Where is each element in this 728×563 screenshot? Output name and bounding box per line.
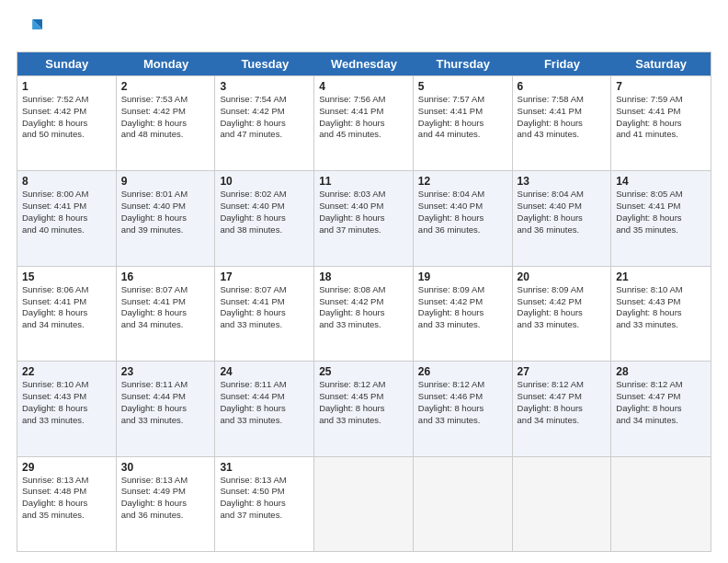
calendar-header: SundayMondayTuesdayWednesdayThursdayFrid…	[17, 52, 711, 75]
calendar-row: 29Sunrise: 8:13 AMSunset: 4:48 PMDayligh…	[17, 456, 711, 551]
weekday-header-thursday: Thursday	[414, 52, 513, 75]
day-number: 18	[319, 270, 408, 283]
day-number: 24	[220, 365, 309, 378]
day-detail: Sunrise: 8:02 AMSunset: 4:40 PMDaylight:…	[220, 189, 309, 236]
calendar-day-empty	[414, 457, 513, 551]
day-number: 16	[121, 270, 210, 283]
day-detail: Sunrise: 8:01 AMSunset: 4:40 PMDaylight:…	[121, 189, 210, 236]
weekday-header-friday: Friday	[513, 52, 612, 75]
day-detail: Sunrise: 8:04 AMSunset: 4:40 PMDaylight:…	[418, 189, 507, 236]
day-number: 12	[418, 175, 507, 188]
day-number: 31	[220, 461, 309, 474]
day-number: 29	[22, 461, 111, 474]
day-detail: Sunrise: 8:08 AMSunset: 4:42 PMDaylight:…	[319, 284, 408, 331]
calendar-day-4: 4Sunrise: 7:56 AMSunset: 4:41 PMDaylight…	[314, 76, 414, 170]
day-detail: Sunrise: 8:00 AMSunset: 4:41 PMDaylight:…	[22, 189, 111, 236]
day-detail: Sunrise: 8:04 AMSunset: 4:40 PMDaylight:…	[518, 189, 607, 236]
calendar-day-empty	[314, 457, 414, 551]
calendar-day-14: 14Sunrise: 8:05 AMSunset: 4:41 PMDayligh…	[611, 171, 711, 265]
day-number: 2	[121, 80, 210, 93]
calendar-day-11: 11Sunrise: 8:03 AMSunset: 4:40 PMDayligh…	[314, 171, 414, 265]
day-number: 3	[220, 80, 309, 93]
day-number: 7	[616, 80, 706, 93]
calendar-day-22: 22Sunrise: 8:10 AMSunset: 4:43 PMDayligh…	[17, 362, 117, 455]
day-detail: Sunrise: 8:07 AMSunset: 4:41 PMDaylight:…	[121, 284, 210, 331]
day-number: 15	[22, 270, 111, 283]
day-detail: Sunrise: 8:12 AMSunset: 4:46 PMDaylight:…	[418, 379, 507, 426]
day-number: 30	[121, 461, 210, 474]
logo	[17, 17, 46, 42]
calendar-row: 1Sunrise: 7:52 AMSunset: 4:42 PMDaylight…	[17, 75, 711, 170]
calendar-day-10: 10Sunrise: 8:02 AMSunset: 4:40 PMDayligh…	[215, 171, 314, 265]
weekday-header-monday: Monday	[117, 52, 216, 75]
calendar-day-31: 31Sunrise: 8:13 AMSunset: 4:50 PMDayligh…	[215, 457, 314, 551]
day-number: 14	[616, 175, 706, 188]
day-detail: Sunrise: 8:06 AMSunset: 4:41 PMDaylight:…	[22, 284, 111, 331]
weekday-header-saturday: Saturday	[611, 52, 711, 75]
day-number: 17	[220, 270, 309, 283]
day-number: 8	[22, 175, 111, 188]
day-detail: Sunrise: 8:13 AMSunset: 4:50 PMDaylight:…	[220, 475, 309, 522]
day-number: 27	[518, 365, 607, 378]
calendar-day-6: 6Sunrise: 7:58 AMSunset: 4:41 PMDaylight…	[513, 76, 612, 170]
calendar-day-23: 23Sunrise: 8:11 AMSunset: 4:44 PMDayligh…	[117, 362, 216, 455]
day-detail: Sunrise: 7:59 AMSunset: 4:41 PMDaylight:…	[616, 94, 706, 141]
day-number: 1	[22, 80, 111, 93]
day-number: 28	[616, 365, 706, 378]
calendar-day-15: 15Sunrise: 8:06 AMSunset: 4:41 PMDayligh…	[17, 267, 117, 361]
calendar-day-21: 21Sunrise: 8:10 AMSunset: 4:43 PMDayligh…	[611, 267, 711, 361]
day-detail: Sunrise: 8:12 AMSunset: 4:47 PMDaylight:…	[616, 379, 706, 426]
day-detail: Sunrise: 8:12 AMSunset: 4:47 PMDaylight:…	[518, 379, 607, 426]
weekday-header-tuesday: Tuesday	[215, 52, 314, 75]
day-number: 19	[418, 270, 507, 283]
day-number: 25	[319, 365, 408, 378]
day-number: 5	[418, 80, 507, 93]
day-detail: Sunrise: 7:54 AMSunset: 4:42 PMDaylight:…	[220, 94, 309, 141]
day-detail: Sunrise: 8:03 AMSunset: 4:40 PMDaylight:…	[319, 189, 408, 236]
day-number: 20	[518, 270, 607, 283]
day-number: 26	[418, 365, 507, 378]
day-detail: Sunrise: 8:13 AMSunset: 4:49 PMDaylight:…	[121, 475, 210, 522]
calendar-day-empty	[513, 457, 612, 551]
calendar-day-29: 29Sunrise: 8:13 AMSunset: 4:48 PMDayligh…	[17, 457, 117, 551]
day-number: 23	[121, 365, 210, 378]
calendar-row: 22Sunrise: 8:10 AMSunset: 4:43 PMDayligh…	[17, 361, 711, 455]
logo-icon	[17, 17, 42, 42]
calendar-row: 15Sunrise: 8:06 AMSunset: 4:41 PMDayligh…	[17, 266, 711, 361]
day-number: 22	[22, 365, 111, 378]
day-detail: Sunrise: 8:13 AMSunset: 4:48 PMDaylight:…	[22, 475, 111, 522]
calendar-day-16: 16Sunrise: 8:07 AMSunset: 4:41 PMDayligh…	[117, 267, 216, 361]
day-detail: Sunrise: 8:12 AMSunset: 4:45 PMDaylight:…	[319, 379, 408, 426]
day-detail: Sunrise: 8:09 AMSunset: 4:42 PMDaylight:…	[518, 284, 607, 331]
calendar-day-13: 13Sunrise: 8:04 AMSunset: 4:40 PMDayligh…	[513, 171, 612, 265]
day-number: 13	[518, 175, 607, 188]
calendar-day-20: 20Sunrise: 8:09 AMSunset: 4:42 PMDayligh…	[513, 267, 612, 361]
calendar-day-28: 28Sunrise: 8:12 AMSunset: 4:47 PMDayligh…	[611, 362, 711, 455]
page-header	[17, 17, 711, 42]
day-number: 10	[220, 175, 309, 188]
day-detail: Sunrise: 8:05 AMSunset: 4:41 PMDaylight:…	[616, 189, 706, 236]
calendar-day-30: 30Sunrise: 8:13 AMSunset: 4:49 PMDayligh…	[117, 457, 216, 551]
day-detail: Sunrise: 8:11 AMSunset: 4:44 PMDaylight:…	[121, 379, 210, 426]
calendar-day-18: 18Sunrise: 8:08 AMSunset: 4:42 PMDayligh…	[314, 267, 414, 361]
calendar-day-empty	[611, 457, 711, 551]
calendar-day-1: 1Sunrise: 7:52 AMSunset: 4:42 PMDaylight…	[17, 76, 117, 170]
calendar: SundayMondayTuesdayWednesdayThursdayFrid…	[17, 52, 711, 552]
day-detail: Sunrise: 8:10 AMSunset: 4:43 PMDaylight:…	[616, 284, 706, 331]
day-detail: Sunrise: 8:11 AMSunset: 4:44 PMDaylight:…	[220, 379, 309, 426]
calendar-day-12: 12Sunrise: 8:04 AMSunset: 4:40 PMDayligh…	[414, 171, 513, 265]
day-detail: Sunrise: 7:57 AMSunset: 4:41 PMDaylight:…	[418, 94, 507, 141]
weekday-header-wednesday: Wednesday	[314, 52, 414, 75]
day-detail: Sunrise: 7:58 AMSunset: 4:41 PMDaylight:…	[518, 94, 607, 141]
calendar-body: 1Sunrise: 7:52 AMSunset: 4:42 PMDaylight…	[17, 75, 711, 551]
calendar-day-3: 3Sunrise: 7:54 AMSunset: 4:42 PMDaylight…	[215, 76, 314, 170]
weekday-header-sunday: Sunday	[17, 52, 117, 75]
calendar-day-24: 24Sunrise: 8:11 AMSunset: 4:44 PMDayligh…	[215, 362, 314, 455]
day-number: 4	[319, 80, 408, 93]
day-detail: Sunrise: 7:52 AMSunset: 4:42 PMDaylight:…	[22, 94, 111, 141]
day-detail: Sunrise: 8:07 AMSunset: 4:41 PMDaylight:…	[220, 284, 309, 331]
calendar-day-7: 7Sunrise: 7:59 AMSunset: 4:41 PMDaylight…	[611, 76, 711, 170]
calendar-day-25: 25Sunrise: 8:12 AMSunset: 4:45 PMDayligh…	[314, 362, 414, 455]
calendar-day-26: 26Sunrise: 8:12 AMSunset: 4:46 PMDayligh…	[414, 362, 513, 455]
calendar-day-8: 8Sunrise: 8:00 AMSunset: 4:41 PMDaylight…	[17, 171, 117, 265]
